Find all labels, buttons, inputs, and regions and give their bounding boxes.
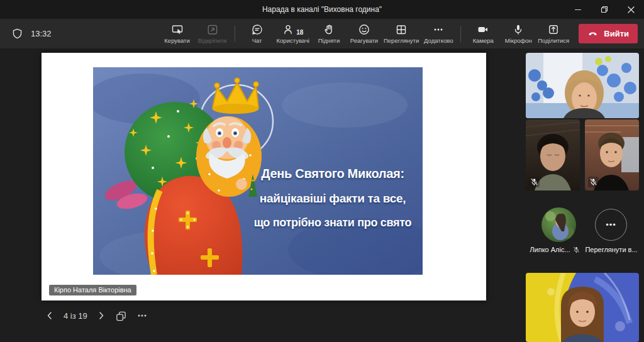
- meeting-toolbar: 13:32 Керувати Від: [0, 19, 644, 48]
- toolbar-buttons: Керувати Відкріпити: [160, 23, 638, 44]
- react-button[interactable]: Реагувати: [347, 23, 382, 44]
- overflow-participants-button[interactable]: •••: [595, 209, 627, 241]
- previous-slide-button[interactable]: [45, 311, 54, 320]
- muted-mic-icon: [529, 177, 540, 187]
- minimize-button[interactable]: [565, 0, 591, 19]
- overflow-label: Переглянути в...: [582, 246, 640, 253]
- more-actions-label: Додатково: [424, 37, 453, 44]
- screen-control-icon: [171, 23, 184, 36]
- raise-hand-button[interactable]: Підняти: [311, 23, 347, 44]
- close-icon: [628, 6, 635, 13]
- slide-navigation: 4 із 19: [45, 307, 148, 324]
- titlebar: Нарада в каналі "Виховна година": [0, 0, 644, 19]
- smiley-icon: [358, 23, 370, 36]
- chat-label: Чат: [252, 37, 262, 44]
- shared-slide: День Святого Миколая: найцікавіші факти …: [42, 53, 486, 301]
- participant-video: [526, 273, 639, 342]
- participant-video-tile[interactable]: [526, 53, 639, 118]
- window-controls: [565, 0, 644, 19]
- react-label: Реагувати: [350, 37, 378, 44]
- slide-title-line3: що потрібно знати про свято: [254, 216, 412, 229]
- meeting-timer: 13:32: [31, 29, 52, 38]
- raise-hand-label: Підняти: [318, 37, 340, 44]
- share-label: Поділитися: [538, 37, 569, 44]
- unpin-label: Відкріпити: [198, 37, 227, 44]
- slide-title-line1: День Святого Миколая:: [261, 167, 404, 181]
- view-button[interactable]: Переглянути: [382, 23, 421, 44]
- presenter-name-tag: Кірпо Наталя Вікторівна: [49, 285, 136, 295]
- participant-video-tile[interactable]: [526, 119, 580, 190]
- participant-video-tile[interactable]: [585, 119, 639, 190]
- overflow-label-text: Переглянути в...: [585, 246, 637, 253]
- hangup-icon: [587, 28, 599, 39]
- next-slide-button[interactable]: [97, 311, 106, 320]
- more-actions-button[interactable]: Додатково: [421, 23, 456, 44]
- share-button[interactable]: Поділитися: [536, 23, 571, 44]
- chevron-left-icon: [45, 311, 54, 320]
- leave-button[interactable]: Вийти: [579, 24, 638, 43]
- close-button[interactable]: [618, 0, 644, 19]
- people-icon: 18: [282, 23, 303, 36]
- mic-icon: [512, 23, 525, 36]
- chevron-right-icon: [97, 311, 106, 320]
- manage-label: Керувати: [164, 37, 189, 44]
- popout-icon: [206, 23, 219, 36]
- chat-button[interactable]: Чат: [240, 23, 275, 44]
- leave-label: Вийти: [604, 29, 629, 38]
- participants-button[interactable]: 18 Користувачі: [275, 23, 311, 44]
- manage-button[interactable]: Керувати: [160, 23, 195, 44]
- slide-page-indicator: 4 із 19: [64, 311, 87, 321]
- participants-label: Користувачі: [277, 37, 309, 44]
- chat-icon: [251, 23, 264, 36]
- grid-view-icon: [395, 23, 408, 36]
- mic-label: Мікрофон: [505, 37, 532, 44]
- toolbar-separator: [235, 26, 235, 42]
- view-label: Переглянути: [384, 37, 419, 44]
- restore-icon: [601, 6, 608, 13]
- minimize-icon: [575, 9, 581, 10]
- ellipsis-icon: •••: [606, 220, 616, 229]
- multi-window-icon: [115, 310, 127, 322]
- participant-avatar[interactable]: [541, 207, 576, 242]
- mic-button[interactable]: Мікрофон: [501, 23, 536, 44]
- ellipsis-icon: [432, 23, 445, 36]
- participant-video: [526, 53, 639, 118]
- camera-button[interactable]: Камера: [465, 23, 501, 44]
- unpin-button[interactable]: Відкріпити: [195, 23, 230, 44]
- camera-icon: [477, 23, 489, 36]
- private-view-button[interactable]: [115, 310, 127, 322]
- participant-name-text: Липко Аліс...: [530, 246, 570, 253]
- muted-mic-icon: [573, 246, 580, 253]
- participant-video-tile[interactable]: [526, 273, 639, 342]
- toolbar-separator: [460, 26, 461, 42]
- slide-title-block: День Святого Миколая: найцікавіші факти …: [243, 167, 423, 229]
- slide-illustration: День Святого Миколая: найцікавіші факти …: [93, 67, 423, 275]
- maximize-button[interactable]: [591, 0, 618, 19]
- slide-title-line2: найцікавіші факти та все,: [260, 192, 406, 206]
- muted-mic-icon: [588, 177, 599, 187]
- ellipsis-icon: [136, 310, 148, 321]
- meeting-info: 13:32: [11, 28, 52, 40]
- camera-label: Камера: [473, 37, 494, 44]
- raised-hand-icon: [323, 23, 335, 36]
- participants-count-badge: 18: [296, 29, 303, 36]
- avatar-photo: [541, 207, 576, 242]
- slide-more-button[interactable]: [136, 310, 148, 321]
- share-screen-icon: [547, 23, 560, 36]
- participant-name-label: Липко Аліс...: [526, 246, 584, 253]
- window-title: Нарада в каналі "Виховна година": [262, 5, 382, 14]
- shield-icon: [11, 28, 23, 40]
- teams-meeting-window: Нарада в каналі "Виховна година" 13:3: [0, 0, 644, 342]
